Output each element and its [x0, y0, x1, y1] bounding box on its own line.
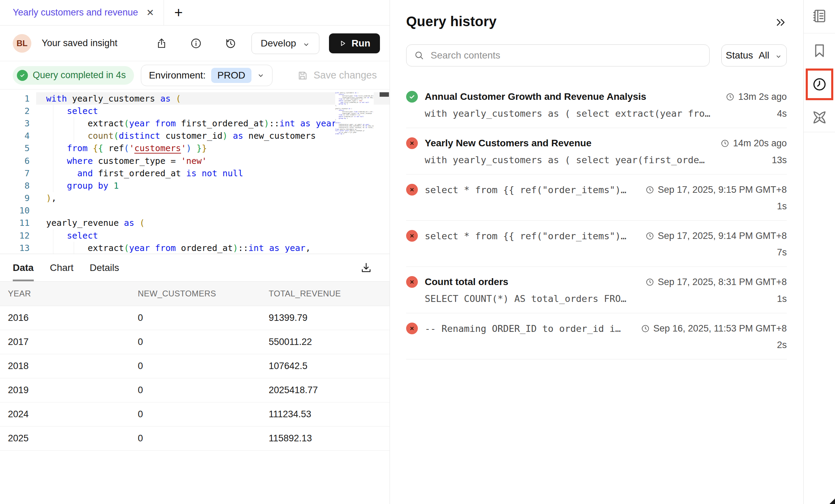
- develop-dropdown[interactable]: Develop: [251, 33, 319, 54]
- history-item-duration: 13s: [772, 155, 787, 166]
- collapse-panel-icon[interactable]: [775, 17, 787, 28]
- code-line: 5 from {{ ref('customers') }}: [0, 142, 390, 155]
- table-cell: 115892.13: [269, 433, 390, 444]
- tab-close-icon[interactable]: ✕: [146, 7, 154, 18]
- play-icon: [339, 39, 347, 48]
- history-item[interactable]: -- Renaming ORDER_ID to order_id i…Sep 1…: [406, 313, 787, 359]
- indent-guide: [53, 229, 53, 254]
- saved-insight-label: Your saved insight: [42, 38, 117, 49]
- line-number: 5: [0, 143, 30, 153]
- line-number: 3: [0, 118, 30, 128]
- table-cell: 107642.5: [269, 361, 390, 371]
- table-cell: 2017: [8, 337, 138, 347]
- chevron-down-icon: [775, 52, 782, 59]
- download-icon[interactable]: [360, 262, 372, 274]
- code-line: 9),: [0, 192, 390, 204]
- right-icon-sidebar: [803, 0, 835, 504]
- notebook-icon[interactable]: [811, 8, 828, 24]
- history-item-duration: 7s: [777, 247, 787, 258]
- query-history-panel: Query history Status All Annual Customer…: [390, 0, 803, 504]
- status-filter-dropdown[interactable]: Status All: [721, 44, 787, 66]
- run-label: Run: [352, 38, 370, 49]
- save-changes-button[interactable]: Save changes: [297, 70, 377, 81]
- table-cell: 2025: [8, 433, 138, 444]
- results-tab-bar: Data Chart Details: [0, 254, 390, 281]
- code-text: from {{ ref('customers') }}: [30, 143, 207, 153]
- history-clock-icon[interactable]: [812, 76, 827, 92]
- code-text: yearly_revenue as (: [30, 218, 145, 228]
- sql-editor[interactable]: 1with yearly_customers as (2 select3 ext…: [0, 90, 390, 254]
- insight-header: BL Your saved insight Develop Run: [0, 25, 390, 61]
- history-item-sql: with yearly_customers as ( select extrac…: [425, 108, 710, 119]
- indent-guide: [74, 117, 74, 142]
- code-text: with yearly_customers as (: [30, 94, 181, 104]
- history-item[interactable]: select * from {{ ref("order_items")…Sep …: [406, 221, 787, 267]
- code-line: 6 where customer_type = 'new': [0, 155, 390, 167]
- header-actions: [156, 38, 236, 49]
- editor-scrollbar-thumb[interactable]: [380, 92, 389, 97]
- error-x-icon: [406, 184, 418, 196]
- table-cell: 0: [138, 433, 269, 444]
- save-changes-label: Save changes: [313, 70, 377, 81]
- code-line: 3 extract(year from first_ordered_at)::i…: [0, 117, 390, 129]
- tab-data[interactable]: Data: [13, 254, 34, 281]
- status-filter-label: Status: [726, 50, 753, 61]
- history-item[interactable]: Count total ordersSep 17, 2025, 8:31 PM …: [406, 267, 787, 313]
- avatar: BL: [13, 34, 31, 53]
- new-tab-button[interactable]: +: [164, 0, 193, 25]
- version-history-icon[interactable]: [225, 38, 236, 49]
- check-circle-icon: [17, 70, 28, 81]
- table-header: YEARNEW_CUSTOMERSTOTAL_REVENUE: [0, 281, 390, 306]
- search-input[interactable]: [431, 50, 702, 61]
- history-item[interactable]: select * from {{ ref("order_items")…Sep …: [406, 175, 787, 221]
- history-item[interactable]: Yearly New Customers and Revenue14m 20s …: [406, 128, 787, 175]
- code-line: 13 extract(year from ordered_at)::int as…: [0, 242, 390, 254]
- dbt-icon[interactable]: [811, 109, 828, 126]
- line-number: 12: [0, 231, 30, 241]
- sidebar-divider: [804, 132, 835, 132]
- chevron-down-icon: [257, 72, 265, 79]
- code-text: group by 1: [30, 181, 119, 191]
- environment-select[interactable]: Environment: PROD: [141, 65, 272, 86]
- history-item[interactable]: Annual Customer Growth and Revenue Analy…: [406, 82, 787, 128]
- minimap[interactable]: with yearly_customers as ( select extrac…: [335, 92, 374, 135]
- environment-label: Environment:: [149, 70, 206, 81]
- code-text: ),: [30, 193, 56, 203]
- resize-corner: [829, 498, 835, 504]
- tab-chart[interactable]: Chart: [50, 254, 73, 281]
- code-line: 1with yearly_customers as (: [0, 92, 390, 105]
- table-row: 201902025418.77: [0, 378, 390, 402]
- code-line: 10: [0, 204, 390, 217]
- code-line: 2 select: [0, 105, 390, 117]
- run-button[interactable]: Run: [329, 33, 380, 53]
- sidebar-divider: [804, 33, 835, 33]
- history-item-time: 13m 2s ago: [719, 92, 787, 102]
- history-item-duration: 1s: [777, 294, 787, 304]
- line-number: 11: [0, 218, 30, 228]
- page-title: Query history: [406, 14, 497, 29]
- table-row: 20170550011.22: [0, 330, 390, 354]
- info-icon[interactable]: [190, 38, 202, 49]
- history-item-title: Count total orders: [425, 276, 508, 287]
- column-header: TOTAL_REVENUE: [269, 289, 390, 298]
- app-window: Yearly customers and revenue ✕ + BL Your…: [0, 0, 835, 504]
- tab-details[interactable]: Details: [90, 254, 119, 281]
- history-item-time: Sep 16, 2025, 11:53 PM GMT+8: [634, 323, 787, 334]
- table-row: 20250115892.13: [0, 427, 390, 451]
- history-item-title: Yearly New Customers and Revenue: [425, 138, 591, 149]
- table-cell: 2016: [8, 313, 138, 323]
- line-number: 6: [0, 156, 30, 166]
- indent-guide: [74, 242, 74, 254]
- table-cell: 2018: [8, 361, 138, 371]
- tab-yearly-customers-and-revenue[interactable]: Yearly customers and revenue ✕: [0, 0, 164, 25]
- query-editor-panel: Yearly customers and revenue ✕ + BL Your…: [0, 0, 390, 504]
- code-line: 7 and first_ordered_at is not null: [0, 167, 390, 179]
- share-icon[interactable]: [156, 38, 167, 49]
- line-number: 8: [0, 181, 30, 191]
- line-number: 9: [0, 193, 30, 203]
- table-row: 2016091399.79: [0, 306, 390, 330]
- code-text: extract(year from ordered_at)::int as ye…: [30, 243, 311, 253]
- bookmark-icon[interactable]: [811, 42, 828, 59]
- search-box: [406, 44, 710, 66]
- query-status-pill: Query completed in 4s: [13, 66, 134, 85]
